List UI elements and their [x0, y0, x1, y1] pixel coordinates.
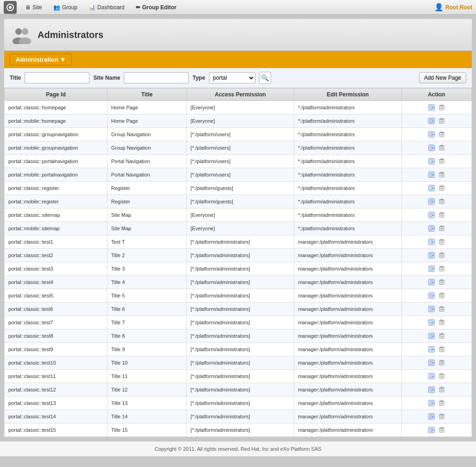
administration-button[interactable]: Administration ▼ — [10, 54, 72, 65]
table-row: portal::classic::test14Title 14[*:/platf… — [5, 410, 472, 423]
delete-button[interactable] — [437, 332, 447, 340]
edit-button[interactable] — [426, 426, 437, 434]
svg-rect-142 — [441, 279, 443, 280]
svg-rect-12 — [441, 105, 443, 106]
cell-access: [*:/platform/administrators] — [187, 370, 294, 383]
cell-page-id: portal::mobile::portalnavigation — [5, 168, 108, 182]
cell-action — [401, 410, 471, 423]
edit-button[interactable] — [426, 265, 437, 273]
cell-edit: manager:/platform/administrators — [294, 329, 401, 343]
col-header-access: Access Permission — [187, 88, 294, 101]
cell-access: [*:/platform/administrators] — [187, 329, 294, 343]
nav-dashboard[interactable]: 📊 Dashboard — [84, 2, 129, 13]
svg-rect-22 — [441, 118, 443, 119]
edit-button[interactable] — [426, 318, 437, 327]
delete-button[interactable] — [437, 251, 447, 259]
cell-page-id: portal::classic::test3 — [5, 262, 108, 276]
cell-title: Title 10 — [107, 356, 186, 370]
edit-button[interactable] — [426, 224, 437, 233]
svg-rect-212 — [441, 373, 443, 374]
delete-button[interactable] — [437, 305, 447, 313]
svg-rect-202 — [441, 360, 443, 361]
delete-button[interactable] — [437, 117, 447, 125]
delete-button[interactable] — [437, 265, 447, 273]
cell-access: [*:/platform/administrators] — [187, 343, 294, 356]
table-row: portal::classic::test5Title 5[*:/platfor… — [5, 289, 472, 303]
add-new-page-button[interactable]: Add New Page — [419, 72, 466, 83]
site-name-filter-input[interactable] — [124, 72, 189, 83]
edit-button[interactable] — [426, 211, 437, 219]
nav-group[interactable]: 👥 Group — [49, 2, 82, 13]
edit-button[interactable] — [426, 184, 437, 192]
cell-title: Title 2 — [107, 249, 186, 262]
edit-button[interactable] — [426, 278, 437, 286]
delete-button[interactable] — [437, 103, 447, 112]
table-row: portal::classic::test10Title 10[*:/platf… — [5, 356, 472, 370]
cell-access: [*:/platform/administrators] — [187, 289, 294, 303]
edit-button[interactable] — [426, 345, 437, 353]
edit-button[interactable] — [426, 332, 437, 340]
edit-button[interactable] — [426, 144, 437, 152]
table-row: portal::classic::test13Title 13[*:/platf… — [5, 397, 472, 410]
cell-action — [401, 423, 471, 437]
edit-button[interactable] — [426, 412, 437, 421]
edit-button[interactable] — [426, 197, 437, 206]
table-row: portal::mobile::sitemapSite Map[Everyone… — [5, 222, 472, 235]
cell-access: [*:/platform/administrators] — [187, 249, 294, 262]
svg-rect-72 — [441, 185, 443, 186]
delete-button[interactable] — [437, 157, 447, 165]
edit-button[interactable] — [426, 238, 437, 246]
delete-button[interactable] — [437, 184, 447, 192]
nav-group-editor-label: Group Editor — [142, 4, 177, 11]
table-row: portal::classic::test1Test T[*:/platform… — [5, 235, 472, 249]
title-filter-input[interactable] — [25, 72, 89, 83]
delete-button[interactable] — [437, 426, 447, 434]
svg-rect-32 — [441, 132, 443, 133]
search-button[interactable]: 🔍 — [259, 72, 271, 84]
delete-button[interactable] — [437, 345, 447, 353]
delete-button[interactable] — [437, 144, 447, 152]
edit-button[interactable] — [426, 130, 437, 139]
cell-title: Portal Navigation — [107, 155, 186, 168]
edit-button[interactable] — [426, 385, 437, 394]
delete-button[interactable] — [437, 238, 447, 246]
edit-button[interactable] — [426, 251, 437, 259]
edit-button[interactable] — [426, 372, 437, 380]
cell-action — [401, 329, 471, 343]
user-label: Root Root — [445, 4, 472, 11]
delete-button[interactable] — [437, 224, 447, 233]
edit-button[interactable] — [426, 103, 437, 112]
cell-access: [*:/platform/administrators] — [187, 262, 294, 276]
delete-button[interactable] — [437, 291, 447, 300]
delete-button[interactable] — [437, 318, 447, 327]
delete-button[interactable] — [437, 372, 447, 380]
delete-button[interactable] — [437, 170, 447, 179]
cell-action — [401, 276, 471, 289]
table-row: portal::classic::test7Title 7[*:/platfor… — [5, 316, 472, 329]
edit-button[interactable] — [426, 305, 437, 313]
delete-button[interactable] — [437, 412, 447, 421]
edit-button[interactable] — [426, 291, 437, 300]
edit-button[interactable] — [426, 117, 437, 125]
edit-button[interactable] — [426, 399, 437, 407]
type-filter-select[interactable]: portal group user — [209, 72, 255, 83]
user-menu[interactable]: 👤 Root Root — [434, 3, 472, 12]
cell-page-id: portal::classic::test8 — [5, 329, 108, 343]
delete-button[interactable] — [437, 385, 447, 394]
delete-button[interactable] — [437, 197, 447, 206]
edit-button[interactable] — [426, 170, 437, 179]
nav-group-editor[interactable]: ✏ Group Editor — [131, 2, 181, 13]
delete-button[interactable] — [437, 359, 447, 367]
svg-rect-92 — [441, 212, 443, 213]
edit-button[interactable] — [426, 359, 437, 367]
cell-action — [401, 128, 471, 141]
delete-button[interactable] — [437, 399, 447, 407]
delete-button[interactable] — [437, 130, 447, 139]
svg-rect-222 — [441, 387, 443, 388]
delete-button[interactable] — [437, 211, 447, 219]
cell-access: [*:/platform/guests] — [187, 182, 294, 195]
edit-button[interactable] — [426, 157, 437, 165]
delete-button[interactable] — [437, 278, 447, 286]
nav-site[interactable]: 🖥 Site — [20, 2, 47, 13]
nav-items: 🖥 Site 👥 Group 📊 Dashboard ✏ Group Edito… — [20, 2, 434, 13]
